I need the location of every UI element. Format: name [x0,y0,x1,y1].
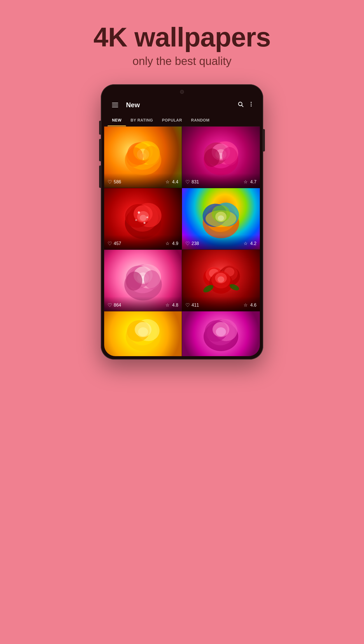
star-icon-6: ☆ [244,302,248,308]
rose-svg-7 [115,311,171,356]
svg-point-41 [218,215,224,221]
wallpaper-item-5[interactable]: ♡ 864 ☆ 4.8 [104,250,182,311]
top-bar: New [104,96,260,114]
power-button [263,129,265,151]
wallpaper-image-7 [104,311,182,356]
svg-point-4 [251,105,252,106]
page-header: 4K wallpapers only the best quality [94,22,271,67]
phone-notch [104,88,260,96]
heart-icon-6: ♡ [185,302,190,308]
wallpaper-item-3[interactable]: ♡ 457 ☆ 4.9 [104,188,182,250]
rose-svg-8 [193,311,249,356]
likes-count-6: 411 [192,303,242,308]
search-button[interactable] [237,101,244,109]
svg-point-31 [146,216,148,218]
star-icon-5: ☆ [165,302,169,308]
wallpaper-grid: ♡ 586 ☆ 4.4 [104,127,260,356]
wallpaper-image-8 [182,311,260,356]
page-subtitle: only the best quality [94,55,271,67]
svg-point-33 [135,219,137,221]
rating-value-4: 4.2 [250,241,256,246]
wallpaper-footer-2: ♡ 831 ☆ 4.7 [182,173,260,188]
likes-count-4: 238 [192,241,242,246]
svg-point-32 [143,222,145,224]
wallpaper-item-4[interactable]: ♡ 238 ☆ 4.2 [182,188,260,250]
svg-point-74 [216,327,226,336]
tabs-bar: NEW BY RATING POPULAR RANDOM [104,114,260,127]
svg-point-60 [218,276,224,283]
wallpaper-item-7[interactable] [104,311,182,356]
rating-value-1: 4.4 [172,179,178,185]
tab-random[interactable]: RANDOM [186,114,214,126]
svg-line-1 [242,105,243,107]
tab-new[interactable]: NEW [108,114,126,126]
menu-icon [112,103,118,103]
menu-icon [112,105,118,105]
wallpaper-footer-1: ♡ 586 ☆ 4.4 [104,173,182,188]
wallpaper-footer-5: ♡ 864 ☆ 4.8 [104,297,182,311]
wallpaper-item-1[interactable]: ♡ 586 ☆ 4.4 [104,127,182,188]
tab-popular[interactable]: POPULAR [157,114,186,126]
menu-icon [112,107,118,107]
phone-frame: New [101,84,263,360]
star-icon-4: ☆ [244,241,248,246]
wallpaper-item-6[interactable]: ♡ 411 ☆ 4.6 [182,250,260,311]
svg-point-30 [138,211,140,214]
star-icon-1: ☆ [165,179,169,185]
bixby-button [99,165,101,188]
star-icon-3: ☆ [165,241,169,246]
wallpaper-footer-6: ♡ 411 ☆ 4.6 [182,297,260,311]
wallpaper-footer-4: ♡ 238 ☆ 4.2 [182,235,260,249]
heart-icon-1: ♡ [108,179,112,185]
tab-by-rating[interactable]: BY RATING [126,114,157,126]
rating-value-3: 4.9 [172,241,178,246]
wallpaper-item-8[interactable] [182,311,260,356]
svg-point-3 [251,104,252,105]
app-screen: New [104,96,260,356]
heart-icon-3: ♡ [108,241,112,247]
star-icon-2: ☆ [244,179,248,185]
likes-count-1: 586 [114,179,164,185]
likes-count-5: 864 [114,303,164,308]
wallpaper-item-2[interactable]: ♡ 831 ☆ 4.7 [182,127,260,188]
top-bar-icons [237,101,254,109]
likes-count-3: 457 [114,241,164,246]
likes-count-2: 831 [192,179,242,185]
rating-value-5: 4.8 [172,303,178,308]
wallpaper-footer-3: ♡ 457 ☆ 4.9 [104,235,182,249]
page-title: 4K wallpapers [94,22,271,52]
svg-point-68 [138,327,148,336]
svg-point-29 [140,215,146,221]
more-options-button[interactable] [248,101,254,109]
heart-icon-2: ♡ [185,179,190,185]
heart-icon-4: ♡ [185,241,190,247]
rating-value-2: 4.7 [250,179,256,185]
volume-up-button [99,121,101,135]
camera-dot [180,90,184,94]
svg-point-2 [251,102,252,103]
phone-screen: New [104,88,260,356]
screen-title: New [126,101,234,109]
volume-down-button [99,139,101,161]
menu-button[interactable] [110,101,120,109]
heart-icon-5: ♡ [108,302,112,308]
rating-value-6: 4.6 [250,303,256,308]
